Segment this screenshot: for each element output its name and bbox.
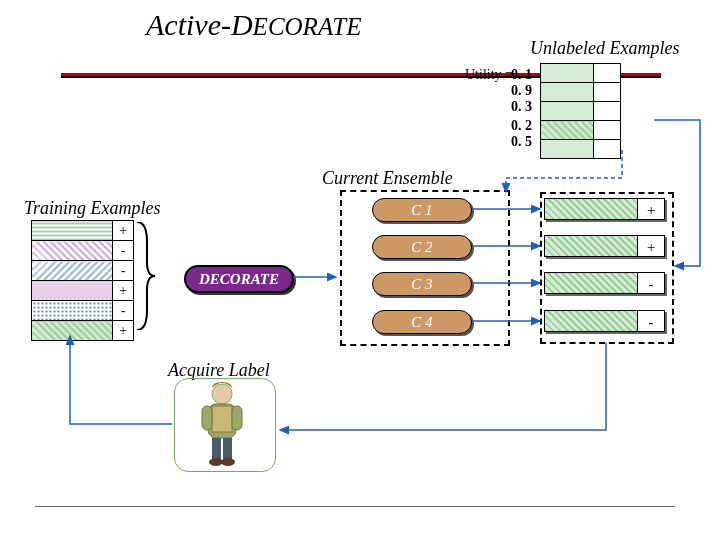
footer-divider [35, 506, 675, 507]
utility-value-4: 0. 5 [511, 134, 532, 150]
prediction-row: + [544, 235, 666, 257]
classifier-c1: C 1 [372, 198, 472, 222]
prediction-sign: + [638, 235, 665, 257]
prediction-cell [544, 310, 638, 332]
svg-rect-9 [232, 406, 242, 430]
table-row: - [32, 261, 134, 281]
prediction-sign: - [638, 310, 665, 332]
table-row [541, 64, 621, 83]
prediction-sign: + [638, 198, 665, 220]
table-row: + [32, 221, 134, 241]
svg-rect-10 [212, 438, 221, 460]
table-row: + [32, 281, 134, 301]
table-row [541, 83, 621, 102]
svg-rect-11 [223, 438, 232, 460]
title-smallcaps: ECORATE [253, 13, 362, 40]
utility-value-2: 0. 3 [511, 99, 532, 115]
page-title: Active-DECORATE [146, 8, 361, 42]
training-examples-table: + - - + - + [31, 220, 134, 341]
classifier-c3: C 3 [372, 272, 472, 296]
table-row-selected [541, 121, 621, 140]
prediction-cell [544, 272, 638, 294]
unlabeled-examples-table [540, 63, 621, 159]
classifier-c2: C 2 [372, 235, 472, 259]
svg-rect-8 [202, 406, 212, 430]
table-row: - [32, 301, 134, 321]
prediction-sign: - [638, 272, 665, 294]
decorate-node: DECORATE [184, 265, 294, 293]
svg-point-12 [209, 458, 223, 466]
table-row [541, 102, 621, 121]
current-ensemble-label: Current Ensemble [322, 168, 453, 189]
table-row: - [32, 241, 134, 261]
svg-point-5 [212, 384, 232, 404]
prediction-row: - [544, 310, 666, 332]
training-examples-title: Training Examples [24, 198, 161, 219]
brace-icon [135, 222, 155, 330]
utility-label: Utility = [465, 67, 513, 83]
classifier-c4: C 4 [372, 310, 472, 334]
utility-value-1: 0. 9 [511, 83, 532, 99]
utility-value-3: 0. 2 [511, 118, 532, 134]
svg-point-13 [221, 458, 235, 466]
prediction-row: - [544, 272, 666, 294]
unlabeled-examples-title: Unlabeled Examples [530, 38, 679, 59]
table-row: + [32, 321, 134, 341]
person-icon [194, 380, 254, 466]
svg-rect-7 [212, 406, 232, 432]
title-main: Active-D [146, 8, 253, 41]
prediction-row: + [544, 198, 666, 220]
prediction-cell [544, 198, 638, 220]
prediction-cell [544, 235, 638, 257]
utility-value-0: 0. 1 [511, 67, 532, 83]
table-row [541, 140, 621, 159]
